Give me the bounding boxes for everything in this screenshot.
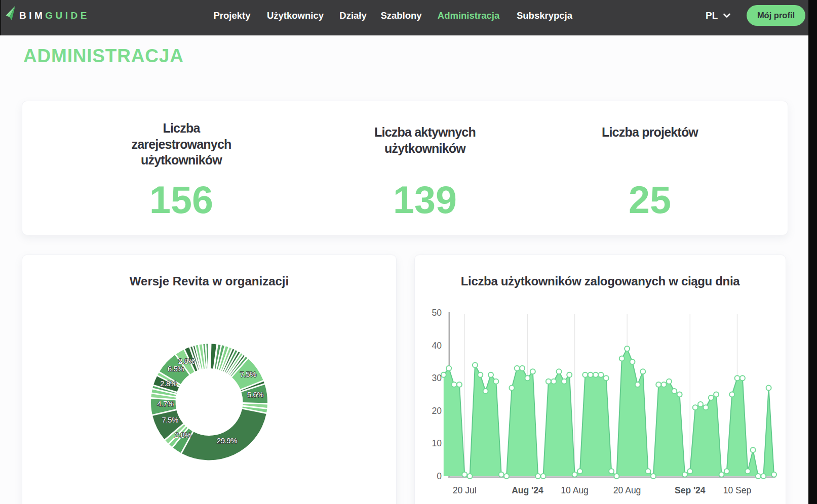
svg-text:2.8%: 2.8% — [178, 357, 195, 365]
svg-text:10 Sep: 10 Sep — [723, 485, 751, 495]
svg-text:20: 20 — [432, 406, 442, 416]
svg-text:2.8%: 2.8% — [160, 379, 177, 388]
svg-text:0: 0 — [437, 471, 442, 481]
svg-text:20 Aug: 20 Aug — [613, 485, 641, 495]
svg-text:5.6%: 5.6% — [247, 390, 264, 399]
svg-text:4.7%: 4.7% — [157, 399, 174, 408]
svg-text:20 Jul: 20 Jul — [453, 485, 477, 495]
svg-text:50: 50 — [432, 308, 442, 318]
svg-text:6.5%: 6.5% — [168, 364, 184, 373]
svg-text:10: 10 — [432, 438, 442, 448]
svg-text:7.5%: 7.5% — [240, 370, 256, 379]
svg-text:Aug '24: Aug '24 — [512, 485, 543, 495]
svg-text:7.5%: 7.5% — [162, 415, 178, 424]
svg-text:Sep '24: Sep '24 — [675, 485, 706, 495]
svg-text:2.8%: 2.8% — [175, 431, 191, 439]
svg-text:40: 40 — [432, 341, 442, 351]
svg-text:29.9%: 29.9% — [217, 436, 238, 445]
svg-text:10 Aug: 10 Aug — [561, 485, 589, 495]
svg-text:30: 30 — [432, 373, 442, 383]
